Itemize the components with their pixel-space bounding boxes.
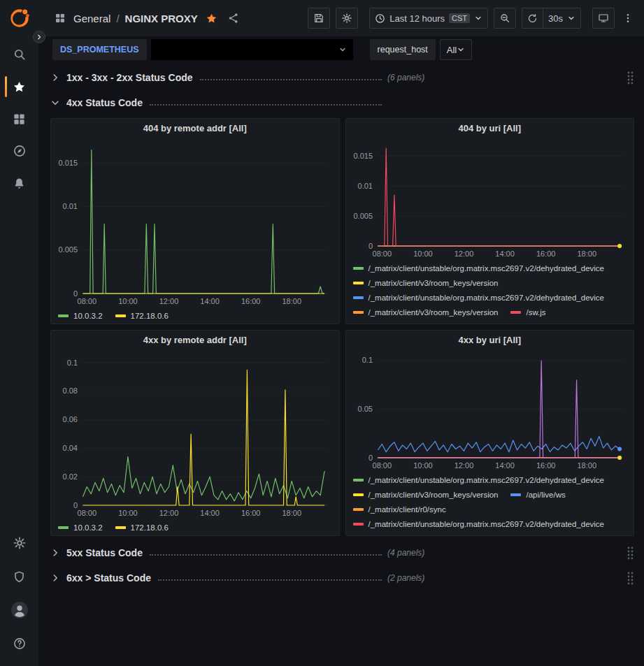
svg-text:0.01: 0.01 xyxy=(357,182,372,190)
variable-value-request-host: All xyxy=(447,45,457,55)
sidebar-item-search[interactable] xyxy=(3,39,36,70)
zoom-out-icon xyxy=(499,13,510,24)
legend-item[interactable]: 10.0.3.2 xyxy=(58,520,103,535)
time-range-picker[interactable]: Last 12 hours CST xyxy=(369,8,488,29)
panel-title[interactable]: 4xx by uri [All] xyxy=(346,331,634,349)
row-6xx-status-code[interactable]: 6xx > Status Code (2 panels) xyxy=(50,568,634,588)
panel-grid: 404 by remote addr [All] 00.0050.010.015… xyxy=(50,118,634,536)
timeseries-chart-4xx-by-uri[interactable]: 00.050.108:0010:0012:0014:0016:0018:00 xyxy=(350,349,630,470)
variable-label-request-host[interactable]: request_host xyxy=(370,39,436,60)
svg-text:0.05: 0.05 xyxy=(357,405,372,413)
legend-item[interactable]: /sw.js xyxy=(510,305,545,319)
legend-item[interactable]: 172.18.0.6 xyxy=(115,308,169,323)
row-title: 5xx Status Code xyxy=(66,547,143,558)
star-icon xyxy=(13,80,26,94)
sidebar-item-starred[interactable] xyxy=(3,71,36,102)
sidebar-bottom-nav xyxy=(3,526,36,660)
gear-icon xyxy=(341,13,352,24)
grafana-app: General / NGINX PROXY L xyxy=(0,0,644,666)
legend-series-label: /_matrix/client/unstable/org.matrix.msc2… xyxy=(368,476,605,484)
breadcrumb-section[interactable]: General xyxy=(73,13,110,24)
legend-series-swatch xyxy=(510,493,521,496)
svg-text:0.005: 0.005 xyxy=(58,245,78,254)
dashboard-settings-button[interactable] xyxy=(336,8,358,29)
alerting-bell-icon xyxy=(13,177,26,190)
admin-shield-icon xyxy=(13,570,26,584)
breadcrumb-title[interactable]: NGINX PROXY xyxy=(125,13,198,24)
refresh-icon xyxy=(527,13,538,24)
sidebar-item-profile[interactable] xyxy=(3,595,36,625)
legend-item[interactable]: /_matrix/client/unstable/org.matrix.msc2… xyxy=(353,261,605,275)
svg-text:0.01: 0.01 xyxy=(63,202,78,210)
tv-mode-button[interactable] xyxy=(592,8,615,29)
variable-select-request-host[interactable]: All xyxy=(440,39,472,60)
timeseries-chart-404-by-remote-addr[interactable]: 00.0050.010.01508:0010:0012:0014:0016:00… xyxy=(55,137,335,306)
legend-series-swatch xyxy=(353,296,364,299)
svg-text:10:00: 10:00 xyxy=(118,297,138,305)
legend-item[interactable]: /_matrix/client/v3/room_keys/version xyxy=(353,305,499,319)
row-5xx-status-code[interactable]: 5xx Status Code (4 panels) xyxy=(50,543,634,563)
legend-item[interactable]: /_matrix/client/v3/room_keys/version xyxy=(353,487,499,502)
panel-title[interactable]: 404 by remote addr [All] xyxy=(51,119,339,137)
save-dashboard-button[interactable] xyxy=(308,8,330,29)
sidebar-item-dashboards[interactable] xyxy=(3,103,36,134)
legend-item[interactable]: 10.0.3.2 xyxy=(58,308,103,323)
row-1xx-3xx-2xx-status-code[interactable]: 1xx - 3xx - 2xx Status Code (6 panels) xyxy=(50,68,634,87)
zoom-out-button[interactable] xyxy=(494,8,516,29)
svg-text:14:00: 14:00 xyxy=(495,461,515,470)
svg-text:0.015: 0.015 xyxy=(58,159,78,167)
panel-title[interactable]: 4xx by remote addr [All] xyxy=(51,331,339,349)
row-4xx-status-code[interactable]: 4xx Status Code xyxy=(50,93,634,113)
chevron-right-icon xyxy=(50,547,62,558)
legend-item[interactable]: /_matrix/client/v3/room_keys/version xyxy=(353,275,499,290)
legend-series-label: /_matrix/client/unstable/org.matrix.msc2… xyxy=(368,294,605,302)
favorite-star-button[interactable] xyxy=(203,10,220,27)
sidebar-item-server-admin[interactable] xyxy=(3,561,36,592)
variable-label-ds-prometheus[interactable]: DS_PROMETHEUS xyxy=(52,39,147,60)
timeseries-chart-404-by-uri[interactable]: 00.0050.010.01508:0010:0012:0014:0016:00… xyxy=(350,137,630,259)
drag-handle[interactable] xyxy=(627,546,634,560)
legend-item[interactable]: /_matrix/client/r0/sync xyxy=(353,502,446,516)
variable-select-ds-prometheus[interactable] xyxy=(151,39,353,60)
nav-sidebar xyxy=(0,0,38,666)
sidebar-item-configuration[interactable] xyxy=(3,528,36,558)
timeseries-chart-4xx-by-remote-addr[interactable]: 00.020.040.060.080.108:0010:0012:0014:00… xyxy=(55,349,335,518)
sidebar-item-alerting[interactable] xyxy=(3,168,36,198)
drag-handle[interactable] xyxy=(627,571,634,585)
grafana-logo[interactable] xyxy=(7,6,32,31)
svg-text:08:00: 08:00 xyxy=(372,249,392,258)
favorite-star-icon xyxy=(206,13,217,24)
svg-text:0.005: 0.005 xyxy=(353,212,373,220)
legend-series-swatch xyxy=(353,479,364,482)
legend-series-label: /_matrix/client/unstable/org.matrix.msc2… xyxy=(368,264,605,273)
legend-item[interactable]: /_matrix/client/unstable/org.matrix.msc2… xyxy=(353,290,605,305)
share-button[interactable] xyxy=(225,10,242,27)
panel-title[interactable]: 404 by uri [All] xyxy=(346,119,634,137)
sidebar-item-explore[interactable] xyxy=(3,136,36,166)
chart-area: 00.050.108:0010:0012:0014:0016:0018:00 xyxy=(346,349,634,470)
variable-group-request-host: request_host All xyxy=(370,39,473,60)
legend-item[interactable]: /_matrix/client/unstable/org.matrix.msc2… xyxy=(353,516,605,531)
svg-text:12:00: 12:00 xyxy=(159,297,179,305)
refresh-button[interactable] xyxy=(522,8,543,29)
drag-handle[interactable] xyxy=(627,71,634,85)
legend-item[interactable]: /api/live/ws xyxy=(510,487,565,502)
svg-text:16:00: 16:00 xyxy=(241,297,261,305)
svg-text:18:00: 18:00 xyxy=(282,509,301,517)
legend-series-swatch xyxy=(353,523,364,526)
row-panel-count: (4 panels) xyxy=(387,548,424,558)
legend-item[interactable]: 172.18.0.6 xyxy=(115,520,169,535)
legend-series-swatch xyxy=(58,314,69,317)
more-options-button[interactable] xyxy=(620,10,636,26)
legend-series-label: /_matrix/client/v3/room_keys/version xyxy=(368,308,499,317)
panel-legend: /_matrix/client/unstable/org.matrix.msc2… xyxy=(346,259,634,324)
svg-text:0.1: 0.1 xyxy=(362,356,372,364)
legend-series-label: /_matrix/client/v3/room_keys/version xyxy=(368,279,499,287)
svg-text:14:00: 14:00 xyxy=(200,509,220,517)
svg-text:14:00: 14:00 xyxy=(495,249,515,258)
refresh-interval-button[interactable]: 30s xyxy=(543,8,581,29)
legend-item[interactable]: /_matrix/client/unstable/org.matrix.msc2… xyxy=(353,472,605,487)
sidebar-expand-button[interactable] xyxy=(33,31,45,43)
apps-icon xyxy=(52,10,68,26)
sidebar-item-help[interactable] xyxy=(3,628,36,659)
